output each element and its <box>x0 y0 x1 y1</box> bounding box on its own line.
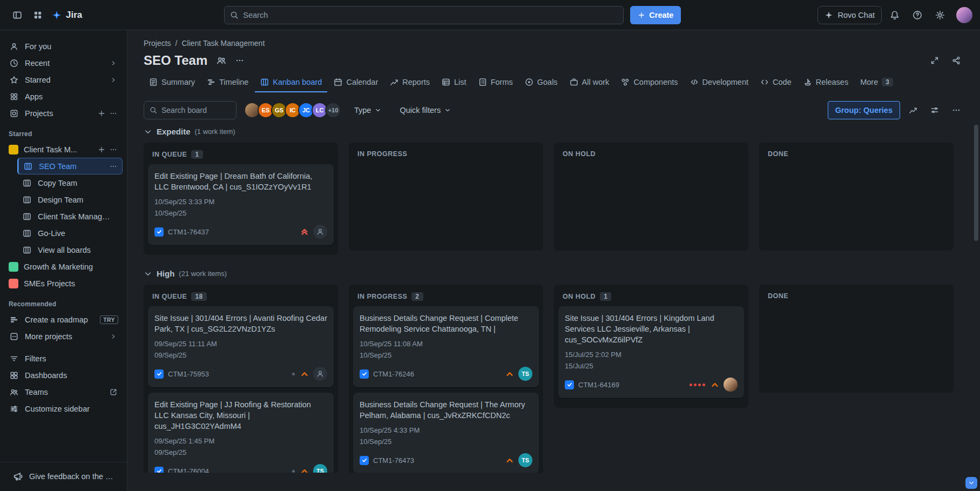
sidebar-item-smes-projects[interactable]: SMEs Projects <box>4 275 123 292</box>
jira-home-link[interactable]: Jira <box>49 10 87 21</box>
sidebar-item-starred[interactable]: Starred <box>4 71 123 88</box>
rovo-chat-button[interactable]: Rovo Chat <box>817 6 882 24</box>
breadcrumb-project-link[interactable]: Client Task Management <box>181 39 265 48</box>
plus-icon <box>638 11 645 19</box>
board-column-in-queue: IN QUEUE18 Site Issue | 301/404 Errors |… <box>144 285 338 473</box>
sidebar-toggle-button[interactable] <box>8 5 27 25</box>
sidebar-nav-list: For youRecentStarredAppsProjects <box>4 38 123 122</box>
scroll-down-button[interactable] <box>965 477 977 489</box>
sidebar-item-more-projects[interactable]: More projects <box>4 328 123 345</box>
fullscreen-button[interactable] <box>926 52 943 69</box>
type-filter-button[interactable]: Type <box>349 101 387 119</box>
swimlane-collapse-chevron-icon[interactable] <box>144 127 152 136</box>
board-card[interactable]: Edit Existing Page | JJ Roofing & Restor… <box>148 393 334 473</box>
board-card[interactable]: Business Details Change Request | The Ar… <box>353 393 539 473</box>
card-date: 09/Sep/25 <box>154 448 327 456</box>
breadcrumb-projects-link[interactable]: Projects <box>144 39 171 48</box>
group-by-button[interactable]: Group: Queries <box>828 101 900 119</box>
global-search[interactable] <box>224 6 624 24</box>
tab-forms[interactable]: Forms <box>473 73 518 92</box>
tab-components[interactable]: Components <box>616 73 683 92</box>
sidebar-item-create-a-roadmap[interactable]: Create a roadmapTRY <box>4 311 123 328</box>
board-search[interactable] <box>144 101 236 119</box>
sidebar-item-teams[interactable]: Teams <box>4 384 123 400</box>
tab-code[interactable]: Code <box>755 73 797 92</box>
sidebar-item-for-you[interactable]: For you <box>4 38 123 55</box>
assignee-avatar-unassigned[interactable] <box>313 367 327 381</box>
board-members-button[interactable] <box>213 52 230 69</box>
sidebar-item-projects[interactable]: Projects <box>4 105 123 122</box>
card-title: Site Issue | 301/404 Errors | Avanti Roo… <box>154 313 327 334</box>
add-icon[interactable] <box>97 145 106 154</box>
board-card[interactable]: Edit Existing Page | Dream Bath of Calif… <box>148 164 334 245</box>
sidebar-item-give-feedback[interactable]: Give feedback on the n... <box>9 468 118 485</box>
assignee-avatar[interactable]: TS <box>518 453 532 467</box>
tab-goals[interactable]: Goals <box>519 73 563 92</box>
quick-filters-button[interactable]: Quick filters <box>394 101 456 119</box>
board-card[interactable]: Business Details Change Request | Comple… <box>353 306 539 387</box>
tab-summary[interactable]: Summary <box>144 73 200 92</box>
sidebar-item-design-team[interactable]: Design Team <box>17 191 123 208</box>
external-link-icon <box>109 387 118 397</box>
project-avatar <box>9 279 18 288</box>
tab-kanban-board[interactable]: Kanban board <box>255 73 327 92</box>
add-icon[interactable] <box>97 109 106 118</box>
sidebar-item-customize-sidebar[interactable]: Customize sidebar <box>4 400 123 417</box>
tab-more[interactable]: More3 <box>855 73 898 92</box>
tab-all-work[interactable]: All work <box>564 73 615 92</box>
sidebar-item-dashboards[interactable]: Dashboards <box>4 367 123 384</box>
settings-button[interactable] <box>930 5 950 25</box>
card-timestamp: 10/Sep/25 4:33 PM <box>360 426 532 434</box>
tab-releases[interactable]: Releases <box>798 73 854 92</box>
sidebar-item-client-task-manage[interactable]: Client Task Manage... <box>17 208 123 225</box>
tab-timeline[interactable]: Timeline <box>201 73 254 92</box>
board-card[interactable]: Site Issue | 301/404 Errors | Avanti Roo… <box>148 306 334 387</box>
avatar-overflow-count[interactable]: +10 <box>325 102 341 118</box>
help-button[interactable] <box>908 5 927 25</box>
sidebar-item-label: Customize sidebar <box>25 405 113 413</box>
assignee-avatar[interactable] <box>724 378 738 392</box>
global-search-input[interactable] <box>243 11 618 19</box>
sidebar-item-client-task-m[interactable]: Client Task M... <box>4 141 123 158</box>
assignee-avatar-unassigned[interactable] <box>313 225 327 239</box>
sidebar-item-filters[interactable]: Filters <box>4 350 123 367</box>
sidebar-bottom-list: FiltersDashboards <box>4 345 123 384</box>
starred-section-label: Starred <box>4 122 123 141</box>
quick-filters-label: Quick filters <box>400 106 441 115</box>
create-button[interactable]: Create <box>630 6 681 24</box>
sidebar-item-seo-team[interactable]: SEO Team <box>17 158 123 174</box>
sidebar-item-growth-marketing[interactable]: Growth & Marketing <box>4 258 123 275</box>
tab-label: List <box>454 78 467 86</box>
sidebar-item-view-all-boards[interactable]: View all boards <box>17 241 123 258</box>
sidebar-item-apps[interactable]: Apps <box>4 88 123 105</box>
toolbar-more-button[interactable] <box>948 102 965 119</box>
sidebar-item-recent[interactable]: Recent <box>4 55 123 71</box>
main-content: Projects / Client Task Management SEO Te… <box>127 30 980 491</box>
view-settings-button[interactable] <box>926 102 943 119</box>
app-switcher-button[interactable] <box>28 5 48 25</box>
share-button[interactable] <box>948 52 965 69</box>
tab-calendar[interactable]: Calendar <box>328 73 383 92</box>
more-icon[interactable] <box>109 145 118 154</box>
board-more-actions-button[interactable] <box>231 52 248 69</box>
vertical-scrollbar-thumb[interactable] <box>974 125 978 241</box>
sidebar-item-copy-team[interactable]: Copy Team <box>17 174 123 191</box>
user-avatar[interactable] <box>956 7 972 23</box>
assignee-avatar[interactable]: TS <box>313 464 327 473</box>
swimlane-collapse-chevron-icon[interactable] <box>144 270 152 278</box>
sidebar-item-label: Apps <box>25 92 113 101</box>
priority-highest-icon <box>300 227 309 236</box>
insights-button[interactable] <box>904 102 922 119</box>
board-card[interactable]: Site Issue | 301/404 Errors | Kingdom La… <box>558 306 744 398</box>
more-icon[interactable] <box>109 109 118 118</box>
more-icon[interactable] <box>109 162 118 171</box>
notifications-button[interactable] <box>885 5 904 25</box>
tab-reports[interactable]: Reports <box>384 73 435 92</box>
sidebar-item-label: Copy Team <box>38 179 113 187</box>
tab-development[interactable]: Development <box>685 73 754 92</box>
tab-list[interactable]: List <box>436 73 472 92</box>
rovo-chat-icon <box>824 11 833 19</box>
assignee-avatar[interactable]: TS <box>518 367 532 381</box>
sidebar-item-go-live[interactable]: Go-Live <box>17 225 123 241</box>
board-search-input[interactable] <box>161 106 231 115</box>
